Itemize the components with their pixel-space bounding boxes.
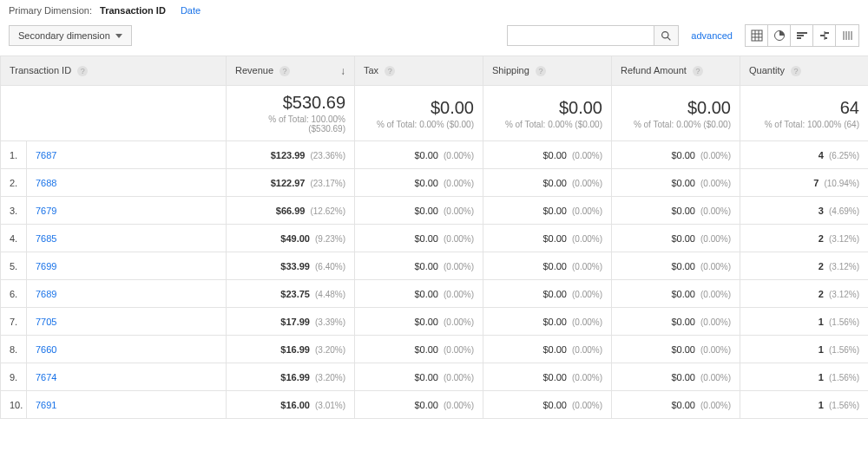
transaction-link[interactable]: 7685 xyxy=(36,233,56,244)
summary-tax-value: $0.00 xyxy=(364,98,474,118)
summary-shipping: $0.00 % of Total: 0.00% ($0.00) xyxy=(483,86,612,141)
quantity-cell: 2(3.12%) xyxy=(740,225,869,252)
col-refund[interactable]: Refund Amount ? xyxy=(612,56,740,86)
view-table-icon[interactable] xyxy=(746,25,768,46)
col-quantity-label: Quantity xyxy=(749,65,785,75)
transaction-link[interactable]: 7699 xyxy=(36,261,56,271)
col-tax[interactable]: Tax ? xyxy=(355,56,483,86)
shipping-cell: $0.00(0.00%) xyxy=(483,391,612,419)
svg-rect-9 xyxy=(797,35,804,36)
shipping-cell: $0.00(0.00%) xyxy=(483,141,612,169)
table-row: 5.7699$33.99(6.40%)$0.00(0.00%)$0.00(0.0… xyxy=(1,252,869,280)
transaction-id-cell: 7688 xyxy=(27,169,227,197)
transaction-link[interactable]: 7689 xyxy=(36,289,56,299)
svg-line-1 xyxy=(667,37,670,40)
revenue-cell: $122.97(23.17%) xyxy=(227,169,355,197)
revenue-cell: $16.00(3.01%) xyxy=(227,391,355,419)
view-pivot-icon[interactable] xyxy=(836,25,858,46)
transaction-link[interactable]: 7687 xyxy=(36,150,56,160)
col-revenue[interactable]: Revenue ? ↓ xyxy=(227,56,355,86)
col-quantity[interactable]: Quantity ? xyxy=(740,56,869,86)
table-row: 6.7689$23.75(4.48%)$0.00(0.00%)$0.00(0.0… xyxy=(1,280,869,308)
help-icon[interactable]: ? xyxy=(77,66,88,76)
row-index: 5. xyxy=(1,252,27,280)
view-mode-toggle xyxy=(745,24,859,47)
table-row: 4.7685$49.00(9.23%)$0.00(0.00%)$0.00(0.0… xyxy=(1,225,869,252)
table-row: 7.7705$17.99(3.39%)$0.00(0.00%)$0.00(0.0… xyxy=(1,308,869,336)
transaction-link[interactable]: 7674 xyxy=(36,372,56,382)
tax-cell: $0.00(0.00%) xyxy=(355,252,483,280)
help-icon[interactable]: ? xyxy=(536,66,546,76)
search-input[interactable] xyxy=(507,25,654,46)
quantity-cell: 3(4.69%) xyxy=(740,197,869,225)
summary-refund: $0.00 % of Total: 0.00% ($0.00) xyxy=(612,86,740,141)
summary-refund-sub: % of Total: 0.00% ($0.00) xyxy=(621,120,731,129)
tax-cell: $0.00(0.00%) xyxy=(355,197,483,225)
view-pie-icon[interactable] xyxy=(768,25,791,46)
quantity-cell: 2(3.12%) xyxy=(740,280,869,308)
table-row: 3.7679$66.99(12.62%)$0.00(0.00%)$0.00(0.… xyxy=(1,197,869,225)
summary-row: $530.69 % of Total: 100.00% ($530.69) $0… xyxy=(1,86,869,141)
help-icon[interactable]: ? xyxy=(385,66,395,76)
primary-dimension-bar: Primary Dimension: Transaction ID Date xyxy=(0,0,868,19)
quantity-cell: 2(3.12%) xyxy=(740,252,869,280)
summary-revenue-sub: % of Total: 100.00% ($530.69) xyxy=(235,114,345,134)
refund-cell: $0.00(0.00%) xyxy=(612,308,740,336)
quantity-cell: 1(1.56%) xyxy=(740,308,869,336)
summary-tax-sub: % of Total: 0.00% ($0.00) xyxy=(364,120,474,129)
advanced-link[interactable]: advanced xyxy=(691,30,733,41)
summary-shipping-value: $0.00 xyxy=(492,98,602,118)
table-row: 8.7660$16.99(3.20%)$0.00(0.00%)$0.00(0.0… xyxy=(1,336,869,363)
row-index: 6. xyxy=(1,280,27,308)
col-revenue-label: Revenue xyxy=(235,65,273,75)
transaction-id-cell: 7687 xyxy=(27,141,227,169)
transaction-link[interactable]: 7679 xyxy=(36,206,56,216)
summary-blank xyxy=(1,86,227,141)
help-icon[interactable]: ? xyxy=(693,66,703,76)
revenue-cell: $123.99(23.36%) xyxy=(227,141,355,169)
tax-cell: $0.00(0.00%) xyxy=(355,280,483,308)
row-index: 8. xyxy=(1,336,27,363)
table-header-row: Transaction ID ? Revenue ? ↓ Tax ? Shipp… xyxy=(1,56,869,86)
search-button[interactable] xyxy=(654,25,679,46)
refund-cell: $0.00(0.00%) xyxy=(612,280,740,308)
tax-cell: $0.00(0.00%) xyxy=(355,363,483,391)
tax-cell: $0.00(0.00%) xyxy=(355,336,483,363)
sort-desc-icon: ↓ xyxy=(340,65,345,77)
shipping-cell: $0.00(0.00%) xyxy=(483,280,612,308)
refund-cell: $0.00(0.00%) xyxy=(612,169,740,197)
primary-dimension-date[interactable]: Date xyxy=(181,5,201,16)
table-row: 2.7688$122.97(23.17%)$0.00(0.00%)$0.00(0… xyxy=(1,169,869,197)
tax-cell: $0.00(0.00%) xyxy=(355,169,483,197)
transaction-link[interactable]: 7688 xyxy=(36,178,56,188)
col-shipping[interactable]: Shipping ? xyxy=(483,56,612,86)
refund-cell: $0.00(0.00%) xyxy=(612,391,740,419)
help-icon[interactable]: ? xyxy=(791,66,801,76)
help-icon[interactable]: ? xyxy=(279,66,290,76)
revenue-cell: $17.99(3.39%) xyxy=(227,308,355,336)
revenue-cell: $49.00(9.23%) xyxy=(227,225,355,252)
refund-cell: $0.00(0.00%) xyxy=(612,197,740,225)
shipping-cell: $0.00(0.00%) xyxy=(483,363,612,391)
svg-rect-2 xyxy=(752,30,762,41)
view-comparison-icon[interactable] xyxy=(813,25,836,46)
primary-dimension-active[interactable]: Transaction ID xyxy=(100,5,166,16)
refund-cell: $0.00(0.00%) xyxy=(612,252,740,280)
transaction-id-cell: 7660 xyxy=(27,336,227,363)
revenue-cell: $16.99(3.20%) xyxy=(227,363,355,391)
svg-rect-14 xyxy=(825,37,827,39)
refund-cell: $0.00(0.00%) xyxy=(612,141,740,169)
view-performance-icon[interactable] xyxy=(791,25,813,46)
secondary-dimension-button[interactable]: Secondary dimension xyxy=(9,25,132,46)
transaction-link[interactable]: 7691 xyxy=(36,400,56,410)
revenue-cell: $33.99(6.40%) xyxy=(227,252,355,280)
summary-quantity-value: 64 xyxy=(749,98,859,118)
col-transaction-id[interactable]: Transaction ID ? xyxy=(1,56,227,86)
tax-cell: $0.00(0.00%) xyxy=(355,391,483,419)
transaction-link[interactable]: 7705 xyxy=(36,317,56,327)
shipping-cell: $0.00(0.00%) xyxy=(483,308,612,336)
transaction-id-cell: 7691 xyxy=(27,391,227,419)
transactions-table: Transaction ID ? Revenue ? ↓ Tax ? Shipp… xyxy=(0,56,868,419)
tax-cell: $0.00(0.00%) xyxy=(355,308,483,336)
transaction-link[interactable]: 7660 xyxy=(36,344,56,355)
